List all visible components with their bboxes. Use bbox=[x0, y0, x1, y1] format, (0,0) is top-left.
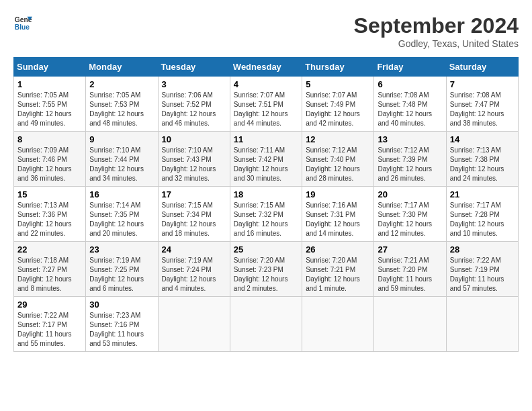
day-info: Sunrise: 7:09 AM Sunset: 7:46 PM Dayligh… bbox=[17, 146, 82, 183]
calendar-cell: 11Sunrise: 7:11 AM Sunset: 7:42 PM Dayli… bbox=[230, 132, 302, 187]
day-number: 8 bbox=[17, 134, 82, 144]
col-header-friday: Friday bbox=[374, 58, 446, 77]
calendar-cell: 17Sunrise: 7:15 AM Sunset: 7:34 PM Dayli… bbox=[158, 187, 230, 242]
location: Godley, Texas, United States bbox=[354, 38, 519, 49]
header-row: SundayMondayTuesdayWednesdayThursdayFrid… bbox=[14, 58, 519, 77]
day-number: 23 bbox=[89, 244, 154, 255]
day-info: Sunrise: 7:08 AM Sunset: 7:48 PM Dayligh… bbox=[378, 91, 442, 128]
calendar-cell: 26Sunrise: 7:20 AM Sunset: 7:21 PM Dayli… bbox=[302, 242, 374, 297]
day-number: 4 bbox=[234, 79, 298, 89]
calendar-cell bbox=[374, 297, 446, 352]
day-number: 27 bbox=[378, 244, 442, 255]
day-number: 6 bbox=[378, 79, 442, 89]
col-header-tuesday: Tuesday bbox=[158, 58, 230, 77]
day-info: Sunrise: 7:15 AM Sunset: 7:34 PM Dayligh… bbox=[162, 201, 226, 238]
calendar-week-1: 1Sunrise: 7:05 AM Sunset: 7:55 PM Daylig… bbox=[14, 77, 519, 132]
day-info: Sunrise: 7:13 AM Sunset: 7:36 PM Dayligh… bbox=[17, 201, 82, 238]
day-number: 13 bbox=[378, 134, 442, 144]
calendar-cell: 18Sunrise: 7:15 AM Sunset: 7:32 PM Dayli… bbox=[230, 187, 302, 242]
col-header-sunday: Sunday bbox=[14, 58, 86, 77]
calendar-cell: 5Sunrise: 7:07 AM Sunset: 7:49 PM Daylig… bbox=[302, 77, 374, 132]
day-number: 24 bbox=[162, 244, 226, 255]
day-number: 14 bbox=[450, 134, 515, 144]
calendar-cell: 13Sunrise: 7:12 AM Sunset: 7:39 PM Dayli… bbox=[374, 132, 446, 187]
calendar-cell bbox=[446, 297, 518, 352]
day-info: Sunrise: 7:17 AM Sunset: 7:28 PM Dayligh… bbox=[450, 201, 515, 238]
calendar-cell: 12Sunrise: 7:12 AM Sunset: 7:40 PM Dayli… bbox=[302, 132, 374, 187]
day-number: 28 bbox=[450, 244, 515, 255]
calendar-cell bbox=[230, 297, 302, 352]
calendar-cell: 25Sunrise: 7:20 AM Sunset: 7:23 PM Dayli… bbox=[230, 242, 302, 297]
day-info: Sunrise: 7:20 AM Sunset: 7:23 PM Dayligh… bbox=[234, 256, 298, 293]
calendar-cell: 15Sunrise: 7:13 AM Sunset: 7:36 PM Dayli… bbox=[14, 187, 86, 242]
day-info: Sunrise: 7:12 AM Sunset: 7:40 PM Dayligh… bbox=[306, 146, 370, 183]
day-info: Sunrise: 7:13 AM Sunset: 7:38 PM Dayligh… bbox=[450, 146, 515, 183]
day-number: 15 bbox=[17, 189, 82, 199]
calendar-cell: 7Sunrise: 7:08 AM Sunset: 7:47 PM Daylig… bbox=[446, 77, 518, 132]
col-header-saturday: Saturday bbox=[446, 58, 518, 77]
title-area: September 2024 Godley, Texas, United Sta… bbox=[354, 13, 519, 49]
day-number: 25 bbox=[234, 244, 298, 255]
day-info: Sunrise: 7:10 AM Sunset: 7:44 PM Dayligh… bbox=[89, 146, 154, 183]
calendar-cell bbox=[158, 297, 230, 352]
calendar-cell: 29Sunrise: 7:22 AM Sunset: 7:17 PM Dayli… bbox=[14, 297, 86, 352]
day-info: Sunrise: 7:07 AM Sunset: 7:49 PM Dayligh… bbox=[306, 91, 370, 128]
day-number: 26 bbox=[306, 244, 370, 255]
day-info: Sunrise: 7:23 AM Sunset: 7:16 PM Dayligh… bbox=[89, 311, 154, 349]
calendar-cell: 24Sunrise: 7:19 AM Sunset: 7:24 PM Dayli… bbox=[158, 242, 230, 297]
day-number: 10 bbox=[162, 134, 226, 144]
calendar-cell: 8Sunrise: 7:09 AM Sunset: 7:46 PM Daylig… bbox=[14, 132, 86, 187]
col-header-wednesday: Wednesday bbox=[230, 58, 302, 77]
day-info: Sunrise: 7:06 AM Sunset: 7:52 PM Dayligh… bbox=[162, 91, 226, 128]
calendar-cell: 27Sunrise: 7:21 AM Sunset: 7:20 PM Dayli… bbox=[374, 242, 446, 297]
page-header: General Blue September 2024 Godley, Texa… bbox=[13, 13, 519, 49]
day-info: Sunrise: 7:05 AM Sunset: 7:53 PM Dayligh… bbox=[89, 91, 154, 128]
day-number: 9 bbox=[89, 134, 154, 144]
day-number: 3 bbox=[162, 79, 226, 89]
month-title: September 2024 bbox=[354, 13, 519, 38]
calendar-cell bbox=[302, 297, 374, 352]
day-number: 12 bbox=[306, 134, 370, 144]
day-number: 16 bbox=[89, 189, 154, 199]
day-number: 7 bbox=[450, 79, 515, 89]
day-info: Sunrise: 7:07 AM Sunset: 7:51 PM Dayligh… bbox=[234, 91, 298, 128]
day-info: Sunrise: 7:11 AM Sunset: 7:42 PM Dayligh… bbox=[234, 146, 298, 183]
day-info: Sunrise: 7:15 AM Sunset: 7:32 PM Dayligh… bbox=[234, 201, 298, 238]
day-number: 19 bbox=[306, 189, 370, 199]
calendar-cell: 2Sunrise: 7:05 AM Sunset: 7:53 PM Daylig… bbox=[86, 77, 158, 132]
day-info: Sunrise: 7:05 AM Sunset: 7:55 PM Dayligh… bbox=[17, 91, 82, 128]
day-info: Sunrise: 7:12 AM Sunset: 7:39 PM Dayligh… bbox=[378, 146, 442, 183]
day-info: Sunrise: 7:08 AM Sunset: 7:47 PM Dayligh… bbox=[450, 91, 515, 128]
day-number: 20 bbox=[378, 189, 442, 199]
calendar-week-4: 22Sunrise: 7:18 AM Sunset: 7:27 PM Dayli… bbox=[14, 242, 519, 297]
calendar-cell: 21Sunrise: 7:17 AM Sunset: 7:28 PM Dayli… bbox=[446, 187, 518, 242]
svg-text:Blue: Blue bbox=[15, 24, 30, 31]
calendar-table: SundayMondayTuesdayWednesdayThursdayFrid… bbox=[13, 57, 519, 352]
day-info: Sunrise: 7:10 AM Sunset: 7:43 PM Dayligh… bbox=[162, 146, 226, 183]
day-info: Sunrise: 7:19 AM Sunset: 7:25 PM Dayligh… bbox=[89, 256, 154, 293]
calendar-week-5: 29Sunrise: 7:22 AM Sunset: 7:17 PM Dayli… bbox=[14, 297, 519, 352]
day-info: Sunrise: 7:16 AM Sunset: 7:31 PM Dayligh… bbox=[306, 201, 370, 238]
day-info: Sunrise: 7:19 AM Sunset: 7:24 PM Dayligh… bbox=[162, 256, 226, 293]
day-number: 2 bbox=[89, 79, 154, 89]
calendar-cell: 23Sunrise: 7:19 AM Sunset: 7:25 PM Dayli… bbox=[86, 242, 158, 297]
col-header-monday: Monday bbox=[86, 58, 158, 77]
calendar-cell: 19Sunrise: 7:16 AM Sunset: 7:31 PM Dayli… bbox=[302, 187, 374, 242]
calendar-cell: 9Sunrise: 7:10 AM Sunset: 7:44 PM Daylig… bbox=[86, 132, 158, 187]
calendar-cell: 30Sunrise: 7:23 AM Sunset: 7:16 PM Dayli… bbox=[86, 297, 158, 352]
day-info: Sunrise: 7:17 AM Sunset: 7:30 PM Dayligh… bbox=[378, 201, 442, 238]
day-number: 11 bbox=[234, 134, 298, 144]
day-info: Sunrise: 7:14 AM Sunset: 7:35 PM Dayligh… bbox=[89, 201, 154, 238]
day-number: 21 bbox=[450, 189, 515, 199]
calendar-cell: 16Sunrise: 7:14 AM Sunset: 7:35 PM Dayli… bbox=[86, 187, 158, 242]
calendar-cell: 4Sunrise: 7:07 AM Sunset: 7:51 PM Daylig… bbox=[230, 77, 302, 132]
day-number: 30 bbox=[89, 300, 154, 310]
day-number: 17 bbox=[162, 189, 226, 199]
day-info: Sunrise: 7:22 AM Sunset: 7:19 PM Dayligh… bbox=[450, 256, 515, 293]
day-number: 22 bbox=[17, 244, 82, 255]
logo: General Blue bbox=[13, 13, 32, 32]
calendar-cell: 1Sunrise: 7:05 AM Sunset: 7:55 PM Daylig… bbox=[14, 77, 86, 132]
calendar-cell: 14Sunrise: 7:13 AM Sunset: 7:38 PM Dayli… bbox=[446, 132, 518, 187]
day-info: Sunrise: 7:22 AM Sunset: 7:17 PM Dayligh… bbox=[17, 311, 82, 349]
calendar-cell: 6Sunrise: 7:08 AM Sunset: 7:48 PM Daylig… bbox=[374, 77, 446, 132]
